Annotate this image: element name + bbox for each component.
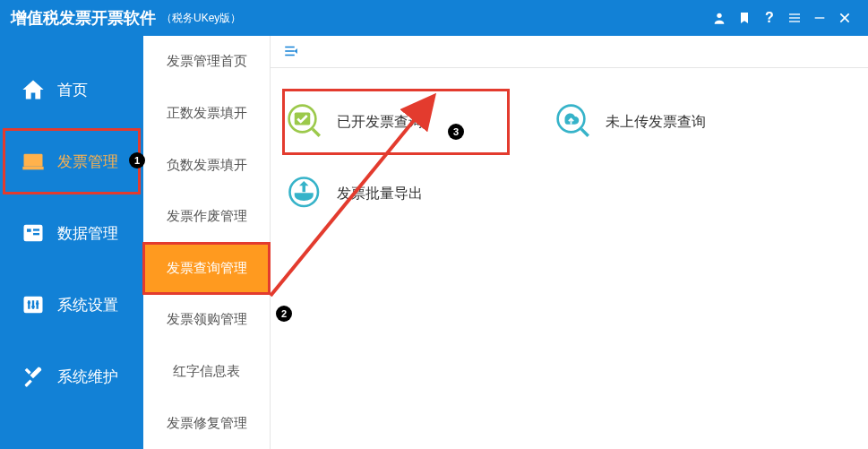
main-topbar <box>271 36 868 68</box>
submenu: 发票管理首页 正数发票填开 负数发票填开 发票作废管理 发票查询管理 发票领购管… <box>143 36 271 449</box>
sliders-icon <box>20 291 47 318</box>
svg-rect-17 <box>285 54 295 56</box>
submenu-item[interactable]: 红字信息表 <box>143 346 270 398</box>
sidebar-item-label: 数据管理 <box>57 223 118 244</box>
sidebar-item-label: 发票管理 <box>57 151 118 172</box>
submenu-label: 发票修复管理 <box>167 415 247 432</box>
step-badge-1: 1 <box>129 152 145 168</box>
submenu-label: 发票领购管理 <box>167 311 247 328</box>
svg-rect-4 <box>815 17 825 18</box>
sidebar-item-label: 系统设置 <box>57 295 118 315</box>
sidebar-item-maint[interactable]: 系统维护 <box>0 341 143 412</box>
svg-rect-2 <box>789 17 800 18</box>
menu-icon[interactable] <box>782 5 807 30</box>
user-icon[interactable] <box>707 5 732 30</box>
step-badge-3: 3 <box>448 124 464 140</box>
submenu-item[interactable]: 负数发票填开 <box>143 139 270 191</box>
collapse-menu-icon[interactable] <box>283 43 301 61</box>
svg-point-14 <box>36 302 39 306</box>
minimize-icon[interactable] <box>807 5 832 30</box>
svg-line-20 <box>313 129 320 136</box>
sidebar-item-settings[interactable]: 系统设置 <box>0 269 143 341</box>
sidebar-item-data[interactable]: 数据管理 <box>0 197 143 269</box>
tile-label: 已开发票查询 <box>337 113 423 132</box>
tile-label: 发票批量导出 <box>337 185 423 203</box>
tile-issued-query[interactable]: 已开发票查询 3 <box>279 86 512 158</box>
svg-rect-5 <box>24 154 43 167</box>
app-subtitle: （税务UKey版） <box>161 11 241 26</box>
svg-rect-10 <box>33 233 39 235</box>
svg-rect-6 <box>22 167 43 170</box>
submenu-label: 发票查询管理 <box>167 260 247 277</box>
submenu-label: 负数发票填开 <box>167 157 247 174</box>
svg-point-13 <box>31 306 35 309</box>
submenu-item[interactable]: 发票管理首页 <box>143 36 270 88</box>
tile-batch-export[interactable]: 发票批量导出 <box>279 158 512 229</box>
invoice-icon <box>20 148 47 175</box>
help-icon[interactable]: ? <box>757 5 782 30</box>
export-icon <box>287 175 324 212</box>
svg-rect-1 <box>789 13 800 14</box>
submenu-item-query[interactable]: 发票查询管理 <box>143 243 270 295</box>
data-icon <box>20 220 47 246</box>
submenu-label: 正数发票填开 <box>167 105 247 122</box>
submenu-label: 红字信息表 <box>173 363 240 380</box>
sidebar: 首页 发票管理 1 数据管理 系统设置 <box>0 36 143 449</box>
check-search-icon <box>287 103 324 141</box>
svg-point-0 <box>717 13 721 18</box>
submenu-item[interactable]: 正数发票填开 <box>143 88 270 140</box>
svg-rect-3 <box>789 21 800 22</box>
submenu-item[interactable]: 发票修复管理 <box>143 397 270 449</box>
svg-rect-16 <box>285 50 295 52</box>
svg-rect-15 <box>285 46 295 47</box>
app-title: 增值税发票开票软件 <box>11 7 156 29</box>
submenu-item[interactable]: 发票领购管理 <box>143 294 270 346</box>
tile-label: 未上传发票查询 <box>606 113 706 132</box>
submenu-label: 发票作废管理 <box>167 208 247 225</box>
svg-point-12 <box>28 301 30 305</box>
sidebar-item-label: 系统维护 <box>57 367 118 387</box>
submenu-item[interactable]: 发票作废管理 <box>143 191 270 243</box>
svg-rect-9 <box>33 229 39 230</box>
main-area: 已开发票查询 3 未上传发票查询 发票批量导出 <box>271 36 868 449</box>
step-badge-2: 2 <box>276 306 292 322</box>
svg-line-22 <box>581 129 589 136</box>
bookmark-icon[interactable] <box>732 5 757 30</box>
tools-icon <box>20 363 47 390</box>
sidebar-item-home[interactable]: 首页 <box>0 54 143 125</box>
submenu-label: 发票管理首页 <box>167 53 247 70</box>
sidebar-item-label: 首页 <box>57 80 88 100</box>
close-icon[interactable] <box>832 5 857 30</box>
home-icon <box>20 76 47 103</box>
svg-rect-8 <box>27 229 31 232</box>
sidebar-item-invoice[interactable]: 发票管理 1 <box>0 125 143 197</box>
tile-unuploaded-query[interactable]: 未上传发票查询 <box>548 86 781 158</box>
titlebar: 增值税发票开票软件 （税务UKey版） ? <box>0 0 868 36</box>
cloud-search-icon <box>555 103 593 141</box>
